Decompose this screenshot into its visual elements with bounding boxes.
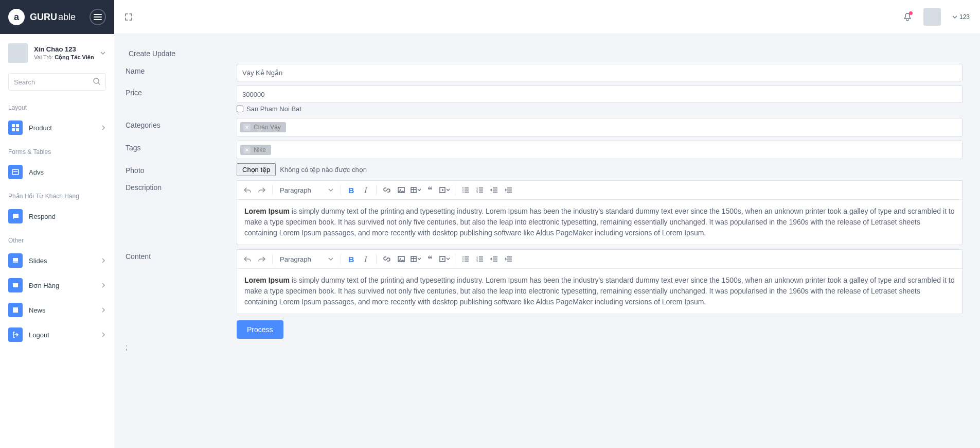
nav-group-layout: Layout bbox=[0, 96, 114, 115]
outdent-button[interactable] bbox=[487, 252, 502, 266]
nav-orders[interactable]: Đơn Hàng bbox=[0, 273, 114, 298]
label-photo: Photo bbox=[126, 161, 237, 178]
nav-respond[interactable]: Respond bbox=[0, 204, 114, 229]
remove-tag-icon[interactable]: × bbox=[243, 146, 251, 153]
image-button[interactable] bbox=[394, 183, 408, 197]
bulleted-list-button[interactable] bbox=[458, 252, 473, 266]
chevron-right-icon bbox=[101, 307, 106, 313]
avatar bbox=[8, 43, 28, 63]
nav-slides[interactable]: Slides bbox=[0, 248, 114, 273]
sidebar-toggle[interactable] bbox=[90, 9, 106, 25]
notifications-button[interactable] bbox=[903, 12, 912, 22]
label-content: Content bbox=[126, 247, 237, 341]
file-status: Không có tệp nào được chọn bbox=[280, 166, 367, 174]
logout-icon bbox=[8, 328, 23, 342]
chevron-right-icon bbox=[101, 258, 106, 263]
nav-news[interactable]: News bbox=[0, 298, 114, 322]
content-editor: Paragraph B I “ bbox=[237, 249, 963, 314]
categories-select[interactable]: × Chân Váy bbox=[237, 118, 963, 136]
svg-rect-6 bbox=[13, 171, 17, 172]
featured-checkbox[interactable] bbox=[237, 106, 243, 112]
nav-group-other: Other bbox=[0, 229, 114, 248]
page-content: Create Update Name Price San Pham Noi Ba… bbox=[114, 34, 980, 367]
svg-text:3: 3 bbox=[476, 260, 478, 263]
brand-text: GURUable bbox=[30, 12, 76, 23]
label-price: Price bbox=[126, 83, 237, 116]
nav-group-forms: Forms & Tables bbox=[0, 140, 114, 160]
svg-rect-2 bbox=[16, 124, 19, 127]
nav-logout[interactable]: Logout bbox=[0, 322, 114, 347]
label-featured: San Pham Noi Bat bbox=[246, 105, 301, 113]
italic-button[interactable]: I bbox=[359, 183, 373, 197]
indent-button[interactable] bbox=[502, 183, 516, 197]
image-button[interactable] bbox=[394, 252, 408, 266]
format-select[interactable]: Paragraph bbox=[276, 184, 337, 196]
quote-button[interactable]: “ bbox=[423, 183, 437, 197]
format-select[interactable]: Paragraph bbox=[276, 253, 337, 265]
chevron-right-icon bbox=[101, 125, 106, 130]
bold-button[interactable]: B bbox=[344, 183, 359, 197]
brand-name-2: able bbox=[58, 12, 76, 22]
process-button[interactable]: Process bbox=[237, 320, 283, 339]
undo-button[interactable] bbox=[240, 183, 255, 197]
chevron-down-icon bbox=[100, 50, 106, 56]
category-tag: × Chân Váy bbox=[240, 122, 286, 132]
bulleted-list-button[interactable] bbox=[458, 183, 473, 197]
price-input[interactable] bbox=[237, 85, 963, 103]
numbered-list-button[interactable]: 123 bbox=[473, 252, 487, 266]
redo-button[interactable] bbox=[255, 252, 269, 266]
grid-icon bbox=[8, 120, 23, 135]
nav-advs[interactable]: Advs bbox=[0, 160, 114, 184]
file-choose-button[interactable]: Chọn tệp bbox=[237, 163, 276, 176]
search-box bbox=[8, 73, 106, 91]
content-content[interactable]: Lorem Ipsum is simply dummy text of the … bbox=[237, 269, 962, 314]
user-greeting: Xin Chào 123 bbox=[34, 45, 94, 53]
svg-point-15 bbox=[462, 187, 464, 188]
brand-logo: a bbox=[8, 9, 25, 25]
topbar-user-menu[interactable]: 123 bbox=[952, 13, 970, 21]
chevron-down-icon bbox=[328, 187, 333, 193]
redo-button[interactable] bbox=[255, 183, 269, 197]
cart-icon bbox=[8, 278, 23, 292]
numbered-list-button[interactable]: 123 bbox=[473, 183, 487, 197]
chat-icon bbox=[8, 209, 23, 223]
search-icon[interactable] bbox=[93, 77, 101, 85]
page-title: Create Update bbox=[126, 49, 963, 58]
table-button[interactable] bbox=[408, 252, 423, 266]
svg-text:3: 3 bbox=[476, 191, 478, 194]
tag-pill: × Nike bbox=[240, 145, 271, 155]
indent-button[interactable] bbox=[502, 252, 516, 266]
nav-group-feedback: Phản Hồi Từ Khách Hàng bbox=[0, 184, 114, 204]
media-button[interactable] bbox=[437, 183, 452, 197]
topbar: 123 bbox=[114, 0, 980, 34]
label-description: Description bbox=[126, 178, 237, 247]
table-button[interactable] bbox=[408, 183, 423, 197]
link-button[interactable] bbox=[380, 252, 394, 266]
sidebar: a GURUable Xin Chào 123 Vai Trò: Cộng Tá… bbox=[0, 0, 114, 448]
user-role: Vai Trò: Cộng Tác Viên bbox=[34, 54, 94, 61]
expand-icon bbox=[124, 13, 133, 21]
italic-button[interactable]: I bbox=[359, 252, 373, 266]
undo-button[interactable] bbox=[240, 252, 255, 266]
chevron-right-icon bbox=[101, 283, 106, 288]
svg-rect-7 bbox=[13, 258, 18, 262]
tags-select[interactable]: × Nike bbox=[237, 141, 963, 159]
menu-icon bbox=[94, 14, 102, 20]
search-input[interactable] bbox=[8, 73, 106, 91]
svg-rect-10 bbox=[13, 307, 18, 313]
remove-tag-icon[interactable]: × bbox=[243, 124, 251, 131]
description-content[interactable]: Lorem Ipsum is simply dummy text of the … bbox=[237, 200, 962, 245]
outdent-button[interactable] bbox=[487, 183, 502, 197]
bold-button[interactable]: B bbox=[344, 252, 359, 266]
link-button[interactable] bbox=[380, 183, 394, 197]
svg-rect-3 bbox=[12, 128, 15, 131]
fullscreen-toggle[interactable] bbox=[124, 13, 133, 21]
quote-button[interactable]: “ bbox=[423, 252, 437, 266]
editor-toolbar: Paragraph B I “ bbox=[237, 250, 962, 269]
topbar-avatar[interactable] bbox=[923, 8, 941, 26]
name-input[interactable] bbox=[237, 64, 963, 81]
editor-toolbar: Paragraph B I “ bbox=[237, 181, 962, 200]
user-menu-toggle[interactable] bbox=[100, 50, 106, 56]
media-button[interactable] bbox=[437, 252, 452, 266]
nav-product[interactable]: Product bbox=[0, 115, 114, 140]
